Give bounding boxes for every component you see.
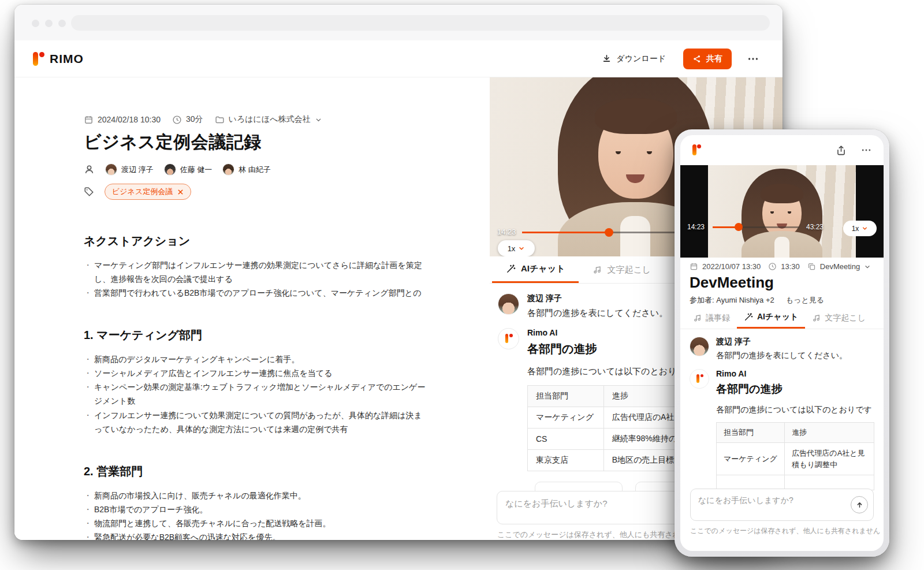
brand-name: RIMO (50, 52, 84, 66)
sender-name: 渡辺 淳子 (716, 337, 847, 347)
table-row: マーケティング広告代理店のA社と見積もり調整中 (717, 443, 874, 475)
participant[interactable]: 渡辺 淳子 (105, 163, 154, 176)
mobile-tabs: 議事録 AIチャット 文字起こし (680, 307, 884, 329)
video-progress-handle[interactable] (735, 223, 743, 231)
chevron-down-icon (518, 245, 525, 252)
magic-wand-icon (506, 264, 516, 274)
mobile-participants: 参加者: Ayumi Nishiya +2 もっと見る (690, 295, 824, 306)
more-menu-button[interactable] (747, 53, 759, 65)
mobile-page-title: DevMeeting (690, 274, 774, 292)
bullet-item: 物流部門と連携して、各販売チャネルに合った配送戦略を計画。 (84, 516, 430, 530)
sender-name: 渡辺 淳子 (527, 293, 668, 304)
mobile-meeting-meta: 2022/10/07 13:30 13:30 DevMeeting (690, 262, 871, 271)
participant[interactable]: 林 由紀子 (222, 163, 271, 176)
show-more-link[interactable]: もっと見る (786, 295, 824, 306)
participants-row: 渡辺 淳子 佐藤 健一 林 由紀子 (84, 163, 430, 176)
main-content: 2024/02/18 10:30 30分 いろはにほへ株式会社 ビジネス定例会議 (14, 77, 783, 540)
avatar (222, 163, 234, 176)
tab-ai-chat[interactable]: AIチャット (737, 307, 805, 329)
table-row (717, 475, 874, 490)
avatar (690, 337, 709, 356)
copy-squares-icon (807, 262, 816, 271)
bullet-item: ソーシャルメディア広告とインフルエンサー連携に焦点を当てる (84, 366, 430, 380)
mobile-header (680, 135, 884, 165)
music-note-icon (593, 265, 602, 274)
calendar-icon (84, 115, 94, 125)
rimo-r-icon (32, 51, 44, 67)
app-header: RIMO ダウンロード 共有 (14, 40, 783, 77)
browser-window: RIMO ダウンロード 共有 (14, 5, 783, 540)
rimo-logo[interactable]: RIMO (32, 51, 84, 67)
clock-icon (172, 115, 182, 125)
meeting-duration: 13:30 (768, 262, 800, 271)
bullet-item: 営業部門で行われているB2B市場でのアプローチ強化について、マーケティング部門と… (84, 286, 430, 300)
person-icon (84, 164, 95, 175)
chat-disclaimer: ここでのメッセージは保存されず、他人にも共有されません (690, 526, 880, 536)
tag-icon (84, 187, 94, 197)
minutes-document: 2024/02/18 10:30 30分 いろはにほへ株式会社 ビジネス定例会議 (14, 77, 490, 540)
video-progress-handle[interactable] (605, 228, 613, 237)
bullet-item: B2B市場でのアプローチ強化。 (84, 502, 430, 516)
page: RIMO ダウンロード 共有 (0, 0, 924, 570)
playback-speed-button[interactable]: 1x (498, 240, 535, 256)
calendar-icon (690, 262, 698, 271)
mobile-video-player[interactable]: 14:23 43:23 1x (680, 165, 884, 258)
send-button[interactable] (851, 496, 868, 513)
sender-name: Rimo AI (716, 369, 874, 378)
download-icon (602, 54, 612, 64)
tag-pill[interactable]: ビジネス定例会議 (105, 184, 191, 200)
tab-transcript[interactable]: 文字起こし (579, 256, 665, 283)
ai-answer-intro: 各部門の進捗については以下のとおりです (716, 405, 874, 415)
video-progress-fill (522, 232, 609, 233)
doc-section: 1. マーケティング部門 新商品のデジタルマーケティングキャンペーンに着手。 ソ… (84, 327, 430, 435)
mobile-chat-input-wrap (690, 489, 874, 521)
chat-message-ai: Rimo AI 各部門の進捗 各部門の進捗については以下のとおりです 担当部門進… (690, 369, 874, 490)
remove-tag-icon[interactable] (177, 189, 184, 195)
magic-wand-icon (744, 312, 753, 322)
share-button[interactable]: 共有 (683, 49, 732, 69)
avatar (498, 293, 519, 315)
more-menu-button[interactable] (860, 144, 872, 156)
tab-minutes[interactable]: 議事録 (686, 307, 737, 329)
bullet-item: 緊急配送が必要なB2B顧客への迅速な対応を優先。 (84, 530, 430, 540)
rimo-r-icon[interactable] (692, 144, 701, 157)
video-current-time: 14:23 (497, 228, 516, 236)
playback-speed-button[interactable]: 1x (843, 221, 877, 236)
ai-answer-heading: 各部門の進捗 (716, 382, 874, 397)
rimo-ai-avatar (498, 328, 519, 349)
meeting-folder[interactable]: DevMeeting (807, 262, 871, 271)
chevron-down-icon (864, 263, 871, 270)
page-title: ビジネス定例会議記録 (84, 131, 430, 154)
tab-ai-chat[interactable]: AIチャット (492, 256, 579, 283)
mobile-device: 14:23 43:23 1x 2022/10/07 13:30 13:30 (675, 129, 889, 557)
tag-row: ビジネス定例会議 (84, 184, 430, 200)
meeting-meta: 2024/02/18 10:30 30分 いろはにほへ株式会社 (84, 114, 430, 125)
video-total-time: 43:23 (806, 223, 824, 231)
music-note-icon (812, 314, 821, 322)
chat-message-user: 渡辺 淳子 各部門の進捗を表にしてください。 (690, 337, 874, 361)
participant[interactable]: 佐藤 健一 (164, 163, 213, 176)
folder-icon (215, 115, 225, 125)
meeting-folder[interactable]: いろはにほへ株式会社 (215, 114, 322, 125)
bullet-item: キャンペーン効果の測定基準:ウェブトラフィック増加とソーシャルメディアでのエンゲ… (84, 380, 430, 408)
mobile-screen: 14:23 43:23 1x 2022/10/07 13:30 13:30 (680, 135, 884, 551)
share-ios-icon[interactable] (836, 145, 847, 156)
avatar (105, 163, 117, 176)
meeting-duration: 30分 (172, 114, 203, 125)
meeting-date: 2022/10/07 13:30 (690, 262, 761, 271)
bullet-item: 新商品のデジタルマーケティングキャンペーンに着手。 (84, 352, 430, 366)
avatar (164, 163, 176, 176)
download-button[interactable]: ダウンロード (602, 54, 666, 64)
window-control-zoom[interactable] (58, 20, 66, 27)
chevron-down-icon (862, 225, 868, 232)
chat-input[interactable] (690, 489, 874, 521)
tab-transcript[interactable]: 文字起こし (805, 307, 873, 329)
meeting-date: 2024/02/18 10:30 (84, 115, 161, 125)
bullet-item: 新商品の市場投入に向け、販売チャネルの最適化作業中。 (84, 489, 430, 502)
chevron-down-icon (315, 116, 322, 124)
share-nodes-icon (692, 54, 702, 64)
address-bar[interactable] (71, 15, 770, 31)
window-control-minimize[interactable] (45, 20, 53, 27)
progress-table: 担当部門進捗 マーケティング広告代理店のA社と見積もり調整中 (716, 422, 874, 490)
window-control-close[interactable] (32, 20, 39, 27)
